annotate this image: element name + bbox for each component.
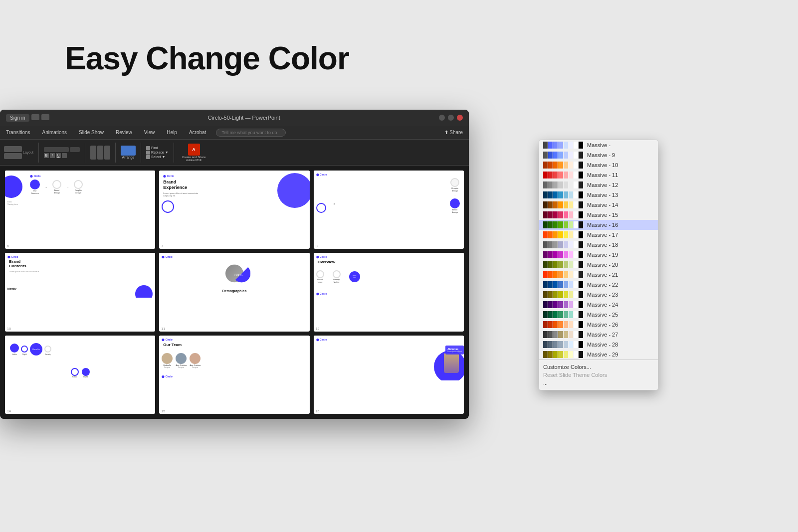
swatch <box>569 162 573 169</box>
color-item-21[interactable]: Massive - 29 <box>539 350 658 359</box>
bold-btn[interactable]: B <box>44 153 49 158</box>
color-item-7[interactable]: Massive - 15 <box>539 210 658 220</box>
color-item-11[interactable]: Massive - 19 <box>539 250 658 260</box>
close-button[interactable] <box>457 115 463 121</box>
color-item-3[interactable]: Massive - 11 <box>539 170 658 180</box>
swatch <box>548 181 553 188</box>
swatch <box>543 311 548 318</box>
color-label-19: Massive - 27 <box>587 332 654 338</box>
more-colors-btn[interactable]: ... <box>543 379 654 387</box>
toolbar-label-layout: Layout <box>23 151 33 154</box>
slide-14[interactable]: Holistic Playful Benefits <box>5 336 155 414</box>
color-item-6[interactable]: Massive - 14 <box>539 200 658 210</box>
color-item-5[interactable]: Massive - 13 <box>539 190 658 200</box>
share-button[interactable]: ⬆ Share <box>442 129 465 136</box>
color-picker-footer: Customize Colors... Reset Slide Theme Co… <box>539 359 658 390</box>
swatch <box>548 142 553 149</box>
title-bar-icon-1 <box>31 114 39 120</box>
strikethrough-btn[interactable] <box>62 153 67 158</box>
slide-11[interactable]: ⬤ Circlo 38% Demographics 11 <box>159 253 309 331</box>
swatch <box>569 311 573 318</box>
color-item-20[interactable]: Massive - 28 <box>539 340 658 350</box>
font-size[interactable] <box>70 147 80 152</box>
swatch <box>579 241 583 248</box>
swatch <box>558 221 563 228</box>
tab-review[interactable]: Review <box>114 129 134 136</box>
color-item-2[interactable]: Massive - 10 <box>539 160 658 170</box>
maximize-button[interactable] <box>448 115 454 121</box>
sign-in-button[interactable]: Sign in <box>6 114 29 122</box>
swatch <box>564 152 568 159</box>
tab-slideshow[interactable]: Slide Show <box>77 129 106 136</box>
underline-btn[interactable]: U <box>56 153 61 158</box>
swatch <box>579 231 583 238</box>
swatch <box>543 152 548 159</box>
find-btn[interactable]: Find <box>146 146 169 150</box>
swatch <box>553 211 558 218</box>
swatch <box>574 142 578 149</box>
swatch <box>579 162 583 169</box>
slide-15[interactable]: ⬤ Circlo Our Team Gabrielle Designer <box>159 336 309 414</box>
swatch-row-3 <box>543 172 583 178</box>
italic-btn[interactable]: I <box>50 153 55 158</box>
color-item-0[interactable]: Massive - <box>539 140 658 150</box>
swatch <box>558 301 563 308</box>
customize-colors-btn[interactable]: Customize Colors... <box>543 363 654 371</box>
select-btn[interactable]: Select ▼ <box>146 155 169 159</box>
tab-help[interactable]: Help <box>165 129 179 136</box>
tab-transitions[interactable]: Transitions <box>4 129 32 136</box>
slide-7[interactable]: ⬤ Circlo BrandExperience Lorem ipsum dol… <box>159 171 309 249</box>
swatch <box>558 201 563 208</box>
color-item-1[interactable]: Massive - 9 <box>539 150 658 160</box>
swatch <box>553 201 558 208</box>
slide-content: ⬤ Circlo <box>30 175 41 177</box>
color-item-13[interactable]: Massive - 21 <box>539 270 658 280</box>
para-btn-3[interactable] <box>104 146 110 160</box>
color-item-19[interactable]: Massive - 27 <box>539 330 658 340</box>
replace-btn[interactable]: Replace ▼ <box>146 151 169 155</box>
swatch <box>543 191 548 198</box>
para-btn-1[interactable] <box>90 146 96 160</box>
swatch <box>564 301 568 308</box>
color-item-12[interactable]: Massive - 20 <box>539 260 658 270</box>
color-item-18[interactable]: Massive - 26 <box>539 320 658 330</box>
swatch <box>569 231 573 238</box>
slide-6-thumbnail: ⬤ Circlo OurServices → Branddesign <box>5 171 155 215</box>
slide-10[interactable]: ⬤ Circlo BrandContents Lorem ipsum dolor… <box>5 253 155 331</box>
swatch <box>548 231 553 238</box>
slide-16[interactable]: ⬤ Circlo About us Lorem ipsum dolor sit … <box>314 336 464 414</box>
tab-animations[interactable]: Animations <box>40 129 69 136</box>
swatch <box>574 211 578 218</box>
slide-6[interactable]: ⬤ Circlo OurServices → Branddesign <box>5 171 155 249</box>
color-picker-scroll[interactable]: Massive -Massive - 9Massive - 10Massive … <box>539 140 658 359</box>
color-item-16[interactable]: Massive - 24 <box>539 300 658 310</box>
color-label-10: Massive - 18 <box>587 242 654 248</box>
color-item-14[interactable]: Massive - 22 <box>539 280 658 290</box>
font-family[interactable] <box>44 147 69 152</box>
para-btn-2[interactable] <box>97 146 103 160</box>
color-item-8[interactable]: Massive - 16 <box>539 220 658 230</box>
slide-15-thumbnail: ⬤ Circlo Our Team Gabrielle Designer <box>159 336 309 380</box>
reset-colors-btn[interactable]: Reset Slide Theme Colors <box>543 371 654 379</box>
color-picker-dropdown: Massive -Massive - 9Massive - 10Massive … <box>539 140 658 390</box>
color-item-4[interactable]: Massive - 12 <box>539 180 658 190</box>
swatch <box>553 301 558 308</box>
swatch <box>574 321 578 328</box>
color-label-20: Massive - 28 <box>587 342 654 348</box>
swatch <box>564 191 568 198</box>
swatch <box>574 301 578 308</box>
swatch <box>564 271 568 278</box>
color-item-15[interactable]: Massive - 23 <box>539 290 658 300</box>
tab-view[interactable]: View <box>142 129 157 136</box>
swatch <box>548 241 553 248</box>
tab-acrobat[interactable]: Acrobat <box>187 129 208 136</box>
color-item-10[interactable]: Massive - 18 <box>539 240 658 250</box>
slide-8[interactable]: ⬤ Circlo Graphicdesign ↓ Branddesign <box>314 171 464 249</box>
color-item-9[interactable]: Massive - 17 <box>539 230 658 240</box>
minimize-button[interactable] <box>439 115 445 121</box>
slide-12[interactable]: ⬤ Circlo Overview BrandIssue → Identi <box>314 253 464 331</box>
swatch <box>569 331 573 338</box>
ribbon-search[interactable] <box>216 129 286 137</box>
color-item-17[interactable]: Massive - 25 <box>539 310 658 320</box>
swatch <box>564 231 568 238</box>
